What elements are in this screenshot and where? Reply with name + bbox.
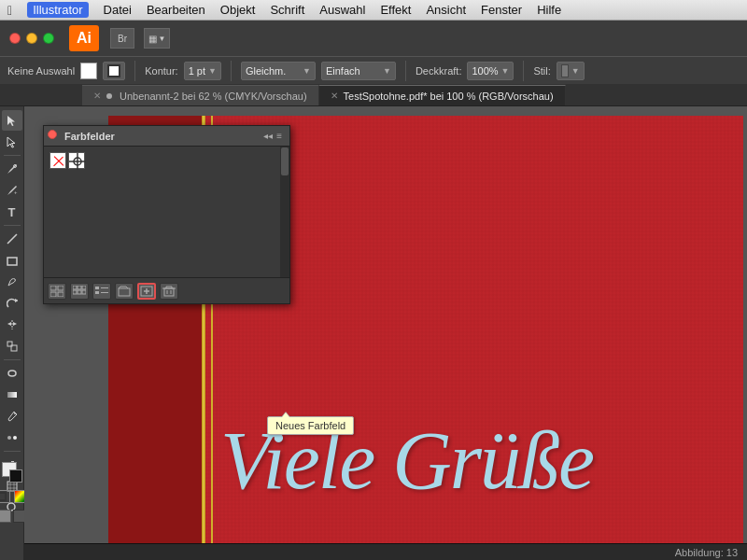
tabs-row: ✕ Unbenannt-2 bei 62 % (CMYK/Vorschau) ✕… [0, 84, 747, 106]
eyedropper-tool[interactable] [2, 406, 22, 427]
farbfelder-panel: Farbfelder ◂◂ ≡ [43, 125, 290, 304]
divider-3 [405, 61, 406, 81]
list-view-button[interactable] [92, 283, 111, 300]
menu-ansicht[interactable]: Ansicht [426, 3, 466, 17]
svg-rect-3 [7, 258, 17, 265]
svg-marker-4 [15, 299, 18, 302]
left-toolbar: + T [0, 106, 24, 560]
selection-tool[interactable] [2, 110, 22, 131]
swatch-none[interactable] [49, 152, 66, 169]
add-anchor-tool[interactable]: + [2, 180, 22, 201]
stil-value[interactable]: ▼ [557, 62, 585, 80]
pen-tool[interactable] [2, 159, 22, 179]
menu-fenster[interactable]: Fenster [481, 3, 522, 17]
canvas-area: Viele Grüße Farbfelder ◂◂ ≡ [24, 106, 747, 560]
fg-bg-colors[interactable] [2, 462, 22, 483]
apple-menu[interactable]:  [7, 3, 12, 18]
panel-header[interactable]: Farbfelder ◂◂ ≡ [44, 126, 289, 147]
menu-auswahl[interactable]: Auswahl [319, 3, 365, 17]
tool-separator-4 [4, 451, 21, 452]
grid-view-button[interactable] [70, 283, 89, 300]
fill-swatch[interactable] [80, 63, 97, 79]
arrange-btn[interactable]: ▦▼ [144, 28, 170, 49]
menu-hilfe[interactable]: Hilfe [537, 3, 561, 17]
opacity-value[interactable]: 100% ▼ [467, 62, 514, 80]
maximize-button[interactable] [43, 33, 54, 44]
svg-rect-30 [50, 292, 56, 297]
panel-close-btn[interactable] [48, 130, 57, 139]
divider-1 [134, 61, 135, 81]
blend-tool[interactable] [2, 427, 22, 448]
minimize-button[interactable] [26, 33, 37, 44]
new-swatch-button[interactable] [137, 283, 156, 300]
tool-separator-2 [4, 225, 21, 226]
bridge-btn[interactable]: Br [110, 28, 134, 49]
gradient-tool[interactable] [2, 385, 22, 405]
panel-footer [44, 277, 289, 303]
warp-tool[interactable] [2, 363, 22, 384]
libraries-button[interactable] [48, 283, 66, 300]
type-tool[interactable]: T [2, 202, 22, 222]
close-button[interactable] [9, 33, 21, 44]
svg-rect-31 [58, 292, 63, 297]
stroke-type[interactable]: Einfach ▼ [321, 62, 396, 80]
menu-illustrator[interactable]: Illustrator [27, 2, 88, 18]
normal-mode[interactable] [0, 510, 11, 523]
svg-rect-33 [78, 286, 81, 289]
tab-unbenannt[interactable]: ✕ Unbenannt-2 bei 62 % (CMYK/Vorschau) [82, 85, 319, 105]
divider-2 [231, 61, 232, 81]
kontur-label: Kontur: [145, 65, 177, 77]
panel-menu-icon[interactable]: ≡ [276, 131, 282, 141]
ai-logo: Ai [69, 25, 99, 51]
panel-title: Farbfelder [64, 131, 115, 142]
panel-scrollbar-thumb [281, 147, 289, 175]
stroke-swatch-box[interactable] [103, 62, 125, 80]
menu-objekt[interactable]: Objekt [220, 3, 256, 17]
tooltip: Neues Farbfeld [267, 416, 354, 435]
stroke-mode-btn[interactable] [0, 490, 10, 503]
delete-swatch-button[interactable] [160, 283, 178, 300]
menu-datei[interactable]: Datei [104, 3, 132, 17]
background-color[interactable] [9, 469, 22, 483]
reflect-tool[interactable] [2, 315, 22, 335]
swatch-registration[interactable] [68, 152, 85, 169]
menu-schrift[interactable]: Schrift [270, 3, 304, 17]
swatch-grid [49, 152, 284, 169]
stroke-style[interactable]: Gleichm. ▼ [241, 62, 316, 80]
tool-separator-1 [4, 155, 21, 156]
tab-testspot[interactable]: ✕ TestSpotohne.pdf* bei 100 % (RGB/Vorsc… [319, 85, 566, 105]
menu-bar:  Illustrator Datei Bearbeiten Objekt Sc… [0, 0, 747, 21]
pencil-tool[interactable] [2, 272, 22, 292]
tab-close-2[interactable]: ✕ [331, 91, 338, 101]
svg-rect-37 [82, 290, 86, 294]
svg-rect-46 [164, 288, 174, 296]
tool-separator-3 [4, 359, 21, 360]
svg-rect-32 [73, 286, 77, 289]
svg-rect-29 [58, 286, 63, 290]
status-text: Abbildung: 13 [675, 547, 738, 558]
panel-collapse-icon[interactable]: ◂◂ [263, 131, 273, 141]
rect-tool[interactable] [2, 250, 22, 271]
opacity-label: Deckkraft: [416, 65, 462, 77]
kontur-size[interactable]: 1 pt ▼ [184, 62, 221, 80]
tab-close-1[interactable]: ✕ [93, 91, 101, 101]
direct-selection-tool[interactable] [2, 132, 22, 152]
type-icon: T [8, 205, 16, 219]
svg-rect-36 [78, 290, 81, 294]
scale-tool[interactable] [2, 336, 22, 357]
rotate-tool[interactable] [2, 293, 22, 314]
svg-rect-28 [50, 286, 56, 290]
stroke-color [107, 64, 120, 77]
panel-header-icons: ◂◂ ≡ [263, 131, 282, 141]
panel-scrollbar[interactable] [280, 147, 289, 277]
svg-point-11 [13, 436, 17, 440]
menu-bearbeiten[interactable]: Bearbeiten [147, 3, 205, 17]
new-group-button[interactable] [115, 283, 134, 300]
tab-label-1: Unbenannt-2 bei 62 % (CMYK/Vorschau) [120, 91, 307, 102]
menu-effekt[interactable]: Effekt [380, 3, 411, 17]
line-tool[interactable] [2, 229, 22, 249]
svg-text:+: + [14, 189, 18, 195]
panel-content [44, 147, 289, 277]
svg-point-9 [14, 413, 16, 414]
svg-rect-42 [119, 288, 130, 296]
